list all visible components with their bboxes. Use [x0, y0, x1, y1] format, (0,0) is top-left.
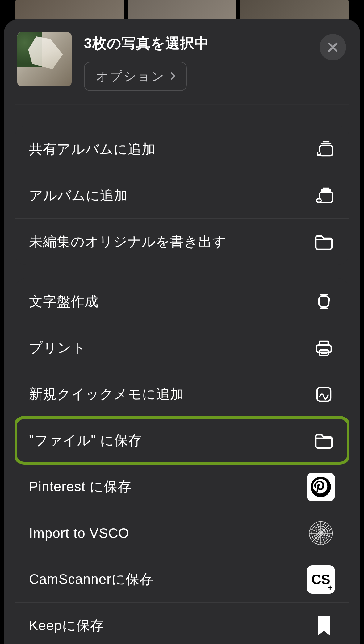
- background-photo-strip: [0, 0, 364, 19]
- svg-rect-6: [316, 345, 331, 352]
- share-sheet-header: 3枚の写真を選択中 オプション: [4, 19, 360, 104]
- camscanner-icon: CS+: [307, 565, 335, 594]
- options-label: オプション: [96, 68, 165, 85]
- folder-icon: [313, 231, 335, 253]
- svg-rect-0: [320, 145, 333, 156]
- quicknote-icon: [313, 383, 335, 405]
- share-sheet: 3枚の写真を選択中 オプション 共有アルバムに追加: [4, 19, 360, 644]
- bookmark-icon: [313, 615, 335, 637]
- actions-content: 共有アルバムに追加 アルバムに追加 未編集のオリジナルを書き出す: [4, 104, 360, 644]
- previous-group-tail: [15, 104, 349, 112]
- close-button[interactable]: [320, 34, 346, 60]
- action-label: 共有アルバムに追加: [29, 140, 156, 158]
- action-add-quick-note[interactable]: 新規クイックメモに追加: [15, 371, 349, 417]
- action-group-1: 文字盤作成 プリント 新規クイックメモに追加: [15, 278, 349, 644]
- action-save-to-pinterest[interactable]: Pinterest に保存: [15, 463, 349, 510]
- svg-point-2: [318, 152, 320, 154]
- watch-icon: [313, 290, 335, 313]
- chevron-right-icon: [168, 69, 178, 83]
- action-group-0: 共有アルバムに追加 アルバムに追加 未編集のオリジナルを書き出す: [15, 126, 349, 265]
- action-create-watch-face[interactable]: 文字盤作成: [15, 278, 349, 325]
- selection-title: 3枚の写真を選択中: [84, 34, 209, 53]
- options-button[interactable]: オプション: [84, 62, 187, 91]
- svg-rect-8: [317, 388, 331, 401]
- action-label: Keepに保存: [29, 617, 104, 635]
- action-label: アルバムに追加: [29, 186, 128, 205]
- action-label: 新規クイックメモに追加: [29, 385, 184, 403]
- pinterest-icon: [307, 473, 335, 501]
- selection-thumbnail: [17, 32, 72, 86]
- action-label: 未編集のオリジナルを書き出す: [29, 233, 226, 251]
- share-sheet-screen: 3枚の写真を選択中 オプション 共有アルバムに追加: [0, 0, 364, 644]
- printer-icon: [313, 337, 335, 359]
- vsco-icon: [307, 519, 335, 547]
- action-import-to-vsco[interactable]: Import to VSCO: [15, 510, 349, 556]
- shared-album-icon: [313, 138, 335, 160]
- action-save-to-files[interactable]: "ファイル" に保存: [15, 417, 349, 463]
- action-label: Pinterest に保存: [29, 478, 132, 496]
- close-icon: [326, 41, 339, 54]
- action-label: プリント: [29, 339, 86, 357]
- action-export-original[interactable]: 未編集のオリジナルを書き出す: [15, 218, 349, 265]
- action-label: 文字盤作成: [29, 293, 98, 311]
- action-label: CamScannerに保存: [29, 570, 153, 588]
- action-add-album[interactable]: アルバムに追加: [15, 172, 349, 218]
- action-label: "ファイル" に保存: [29, 431, 142, 450]
- action-save-to-keep[interactable]: Keepに保存: [15, 602, 349, 644]
- action-add-shared-album[interactable]: 共有アルバムに追加: [15, 126, 349, 172]
- action-print[interactable]: プリント: [15, 325, 349, 371]
- action-save-to-camscanner[interactable]: CamScannerに保存 CS+: [15, 556, 349, 602]
- svg-rect-5: [319, 296, 329, 307]
- action-label: Import to VSCO: [29, 526, 129, 541]
- folder-icon: [313, 430, 335, 452]
- header-text-block: 3枚の写真を選択中 オプション: [84, 32, 209, 91]
- add-album-icon: [313, 185, 335, 207]
